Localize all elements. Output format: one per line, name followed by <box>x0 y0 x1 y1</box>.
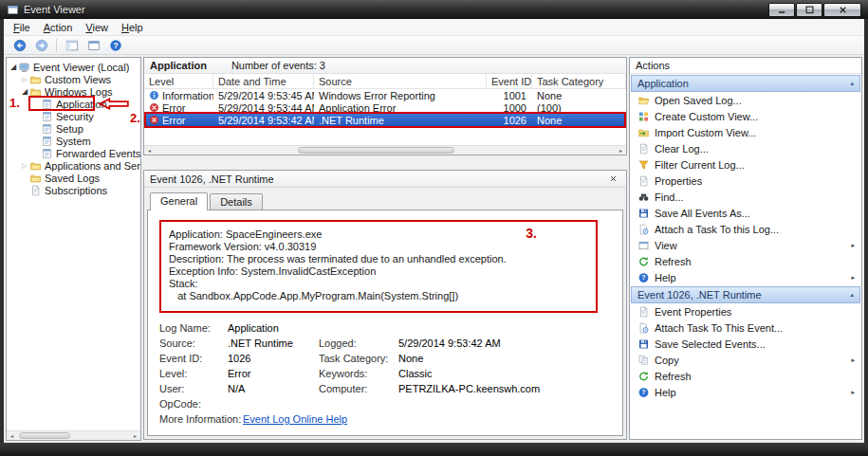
action-open-saved-log[interactable]: Open Saved Log... <box>630 92 861 108</box>
field-label: Level: <box>159 368 228 380</box>
collapsed-icon[interactable]: ▷ <box>20 159 29 172</box>
cell-source: Windows Error Reporting <box>314 89 487 101</box>
tree-item-label: Forwarded Events <box>56 148 140 159</box>
folder-icon <box>29 86 42 98</box>
column-header-task-category[interactable]: Task Category <box>532 74 626 88</box>
expanded-icon[interactable]: ◢ <box>9 61 18 73</box>
event-log-online-help-link[interactable]: Event Log Online Help <box>243 413 347 425</box>
tree-item-label: Event Viewer (Local) <box>33 62 129 73</box>
action-label: Save Selected Events... <box>655 338 766 350</box>
action-import-custom-view[interactable]: Import Custom View... <box>630 124 861 140</box>
action-copy[interactable]: Copy▸ <box>630 352 861 368</box>
window-controls <box>768 3 861 17</box>
tree-item-system[interactable]: System <box>7 135 140 147</box>
column-header-event-id[interactable]: Event ID <box>487 74 532 88</box>
action-label: Import Custom View... <box>655 127 756 138</box>
tree-item-subscriptions[interactable]: Subscriptions <box>7 184 140 196</box>
minimize-button[interactable] <box>768 3 795 17</box>
show-console-tree-button[interactable] <box>63 37 81 53</box>
general-line: at Sandbox.AppCode.App.MyProgram.Main(Sy… <box>169 290 588 302</box>
maximize-icon <box>804 5 815 15</box>
tree-item-windows-logs[interactable]: ◢ Windows Logs <box>7 85 140 98</box>
forward-button[interactable] <box>32 37 50 53</box>
actions-section-header-event[interactable]: Event 1026, .NET Runtime ▴ <box>631 286 860 303</box>
show-action-pane-button[interactable] <box>84 37 102 53</box>
scroll-right-icon[interactable]: ▸ <box>616 146 626 155</box>
column-header-date[interactable]: Date and Time <box>213 74 314 88</box>
window-title: Event Viewer <box>24 4 85 15</box>
scroll-left-icon[interactable]: ◂ <box>144 146 155 155</box>
folder-icon <box>29 74 42 85</box>
action-help[interactable]: Help▸ <box>630 269 861 285</box>
tab-details[interactable]: Details <box>210 193 263 210</box>
action-attach-task-to-log[interactable]: Attach a Task To this Log... <box>630 221 861 237</box>
menu-view[interactable]: View <box>79 20 115 35</box>
help-icon <box>637 272 650 283</box>
tree-item-custom-views[interactable]: ▷ Custom Views <box>7 73 140 85</box>
action-attach-task-to-event[interactable]: Attach Task To This Event... <box>630 319 861 336</box>
minimize-icon <box>777 5 787 15</box>
menu-file[interactable]: File <box>7 20 37 35</box>
action-create-custom-view[interactable]: Create Custom View... <box>630 108 861 124</box>
close-preview-button[interactable] <box>606 173 620 186</box>
scroll-right-icon[interactable]: ▸ <box>130 431 140 440</box>
tree-item-event-viewer-local[interactable]: ◢ Event Viewer (Local) <box>7 61 140 73</box>
action-refresh[interactable]: Refresh <box>630 253 861 269</box>
tree-item-application[interactable]: 1. Application <box>7 98 140 110</box>
action-filter-current-log[interactable]: Filter Current Log... <box>630 156 861 173</box>
tree-item-forwarded-events[interactable]: Forwarded Events <box>7 147 140 159</box>
collapse-chevron-icon[interactable]: ▴ <box>850 291 854 299</box>
tree-item-setup[interactable]: Setup <box>7 122 140 135</box>
menu-help[interactable]: Help <box>115 20 150 35</box>
action-find[interactable]: Find... <box>630 189 861 205</box>
maximize-button[interactable] <box>796 3 822 17</box>
actions-section-header-application[interactable]: Application ▴ <box>631 75 860 92</box>
refresh-icon <box>637 371 650 382</box>
action-refresh-event[interactable]: Refresh <box>630 368 861 384</box>
field-label: Source: <box>159 337 228 350</box>
action-save-selected-events[interactable]: Save Selected Events... <box>630 336 861 352</box>
list-horizontal-scrollbar[interactable]: ◂ ▸ <box>144 145 626 155</box>
title-bar[interactable]: Event Viewer <box>0 0 868 19</box>
tree-item-applications-and-services-logs[interactable]: ▷ Applications and Services Lo <box>7 159 140 172</box>
column-header-source[interactable]: Source <box>314 74 487 88</box>
column-header-level[interactable]: Level <box>144 74 213 88</box>
action-help-event[interactable]: Help▸ <box>630 384 861 400</box>
cell-level: Error <box>162 115 185 126</box>
tree-item-label: Applications and Services Lo <box>45 160 140 172</box>
console-tree: ◢ Event Viewer (Local) ▷ Custom Views ◢ … <box>7 58 140 430</box>
event-row-selected[interactable]: Error 5/29/2014 9:53:42 AM .NET Runtime … <box>144 114 626 126</box>
action-event-properties[interactable]: Event Properties <box>630 303 861 319</box>
action-clear-log[interactable]: Clear Log... <box>630 140 861 156</box>
tree-horizontal-scrollbar[interactable]: ◂ ▸ <box>7 430 140 440</box>
toolbar-help-button[interactable] <box>106 37 124 53</box>
scroll-left-icon[interactable]: ◂ <box>7 431 17 440</box>
close-button[interactable] <box>823 3 861 17</box>
scrollbar-thumb[interactable] <box>298 147 454 154</box>
tab-general[interactable]: General <box>150 192 208 210</box>
cell-datetime: 5/29/2014 9:53:45 AM <box>213 89 314 101</box>
menu-action[interactable]: Action <box>37 20 80 35</box>
action-save-all-events-as[interactable]: Save All Events As... <box>630 205 861 221</box>
collapsed-icon[interactable]: ▷ <box>20 73 29 85</box>
action-label: Create Custom View... <box>655 111 758 122</box>
action-view[interactable]: View▸ <box>630 237 861 253</box>
event-row[interactable]: Error 5/29/2014 9:53:44 AM Application E… <box>144 101 626 114</box>
view-icon <box>637 240 650 251</box>
field-label: OpCode: <box>159 398 228 410</box>
error-icon <box>149 115 159 125</box>
list-title: Application <box>150 60 207 71</box>
tree-item-saved-logs[interactable]: Saved Logs <box>7 172 140 184</box>
event-list-panel: Application Number of events: 3 Level Da… <box>143 57 627 155</box>
open-folder-icon <box>637 95 650 106</box>
field-value-source: .NET Runtime <box>228 337 319 350</box>
tree-item-label: Custom Views <box>45 74 111 85</box>
scrollbar-thumb[interactable] <box>19 432 70 439</box>
event-row[interactable]: Information 5/29/2014 9:53:45 AM Windows… <box>144 89 626 101</box>
action-properties[interactable]: Properties <box>630 173 861 189</box>
expanded-icon[interactable]: ◢ <box>20 85 29 98</box>
tree-item-security[interactable]: Security <box>7 110 140 122</box>
collapse-chevron-icon[interactable]: ▴ <box>850 80 854 87</box>
back-button[interactable] <box>10 37 28 53</box>
event-log-icon <box>41 99 53 110</box>
